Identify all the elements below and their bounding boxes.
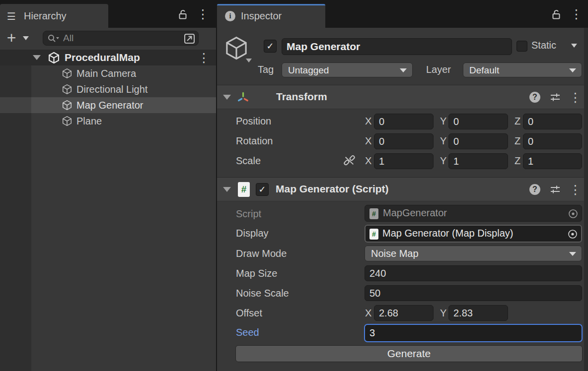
generate-button[interactable]: Generate [235,345,583,362]
axis-x-label: X [365,308,371,319]
axis-z-label: Z [514,155,520,167]
axis-x-label: X [365,155,371,167]
rotation-x-field[interactable] [374,133,434,149]
offset-x-field[interactable] [374,305,434,321]
script-object-value: MapGenerator [383,207,447,219]
transform-header[interactable]: Transform ? ⋮ [217,85,584,109]
unlock-icon[interactable] [177,8,189,21]
seed-field[interactable] [364,324,583,342]
scale-z-field[interactable] [523,153,582,169]
inspector-scrollbar-track[interactable] [584,28,588,371]
gameobject-icon[interactable] [223,35,250,62]
hierarchy-item-label: Directional Light [76,81,147,97]
active-checkbox[interactable]: ✓ [264,40,277,53]
inspector-menu-icon[interactable]: ⋮ [570,7,581,22]
presets-icon[interactable] [549,92,561,103]
axis-y-label: Y [440,308,446,319]
static-checkbox[interactable] [516,41,527,52]
gameobject-cube-icon [62,84,73,95]
hierarchy-list-icon: ☰ [7,10,16,22]
tab-inspector[interactable]: i Inspector [217,4,325,28]
hierarchy-panel: ☰ Hierarchy ⋮ + [0,0,216,371]
object-picker-icon[interactable] [567,229,578,240]
unlock-icon[interactable] [550,8,562,21]
draw-mode-dropdown[interactable]: Noise Map [365,246,582,261]
script-menu-icon[interactable]: ⋮ [569,183,580,197]
draw-mode-value: Noise Map [371,248,419,259]
static-dropdown-caret-icon[interactable] [571,44,577,48]
tab-hierarchy[interactable]: ☰ Hierarchy [0,4,108,28]
object-picker-icon[interactable] [568,208,579,219]
position-x-field[interactable] [374,114,434,129]
axis-y-label: Y [440,155,446,167]
layer-label: Layer [426,64,451,75]
axis-z-label: Z [514,116,520,127]
scale-y-field[interactable] [448,153,508,169]
layer-dropdown[interactable]: Default [463,62,582,77]
script-enabled-checkbox[interactable]: ✓ [256,183,269,196]
transform-menu-icon[interactable]: ⋮ [569,90,580,105]
presets-icon[interactable] [549,184,561,195]
position-label: Position [236,116,271,127]
transform-icon [236,91,250,104]
inspector-panel: i Inspector ⋮ ✓ Static Tag Untagged Laye… [217,0,588,371]
scene-row[interactable]: ProceduralMap ⋮ [0,50,216,65]
display-object-field[interactable]: # Map Generator (Map Display) [365,225,582,243]
script-component-title: Map Generator (Script) [276,183,389,195]
create-plus-button[interactable]: + [4,29,19,48]
map-size-field[interactable] [365,265,582,281]
hierarchy-menu-icon[interactable]: ⋮ [197,7,208,22]
scene-menu-icon[interactable]: ⋮ [198,51,209,65]
script-field-label: Script [236,208,261,220]
active-tab-accent [217,4,325,5]
hierarchy-tab-label: Hierarchy [24,10,67,22]
hierarchy-item-directional-light[interactable]: Directional Light [0,81,216,97]
create-dropdown-caret-icon[interactable] [23,36,29,40]
map-generator-script-header[interactable]: # ✓ Map Generator (Script) ? ⋮ [217,177,584,201]
axis-z-label: Z [514,135,520,147]
csharp-script-icon: # [369,229,378,240]
hierarchy-item-label: Plane [76,113,102,129]
tag-dropdown[interactable]: Untagged [282,62,413,77]
unity-scene-icon [48,52,60,64]
layer-value: Default [469,65,499,75]
script-object-field[interactable]: # MapGenerator [365,205,582,222]
noise-scale-field[interactable] [365,285,582,301]
csharp-script-icon: # [238,182,250,197]
open-search-window-icon[interactable] [183,33,196,45]
hierarchy-item-main-camera[interactable]: Main Camera [0,65,216,81]
axis-y-label: Y [440,135,446,147]
tag-label: Tag [258,64,274,75]
rotation-y-field[interactable] [448,133,508,149]
transform-foldout-icon[interactable] [223,95,231,100]
position-z-field[interactable] [523,114,582,129]
search-input[interactable] [62,32,176,44]
hierarchy-item-plane[interactable]: Plane [0,113,216,129]
axis-y-label: Y [440,116,446,127]
script-foldout-icon[interactable] [223,187,231,192]
hierarchy-tabbar: ☰ Hierarchy ⋮ [0,0,216,28]
gameobject-icon-caret[interactable] [246,59,252,62]
tag-value: Untagged [288,65,329,75]
scene-foldout-icon[interactable] [33,55,41,60]
seed-label: Seed [236,327,259,338]
gameobject-cube-icon [62,116,73,126]
help-icon[interactable]: ? [529,92,540,103]
hierarchy-item-map-generator-selected[interactable]: Map Generator [0,97,216,113]
constrain-proportions-broken-link-icon[interactable] [343,154,356,167]
position-y-field[interactable] [448,114,508,129]
scale-x-field[interactable] [374,153,434,169]
gameobject-name-field[interactable] [282,38,512,55]
rotation-label: Rotation [236,135,273,147]
offset-y-field[interactable] [448,305,508,321]
gameobject-cube-icon [62,68,73,79]
layer-caret-icon [569,68,576,72]
scene-visibility-gutter[interactable] [0,65,31,371]
search-icon [47,34,60,44]
info-icon: i [225,11,235,21]
help-icon[interactable]: ? [529,184,540,195]
hierarchy-search-field[interactable] [43,31,199,46]
axis-x-label: X [365,116,371,127]
hierarchy-item-label: Map Generator [76,97,144,113]
rotation-z-field[interactable] [523,133,582,149]
